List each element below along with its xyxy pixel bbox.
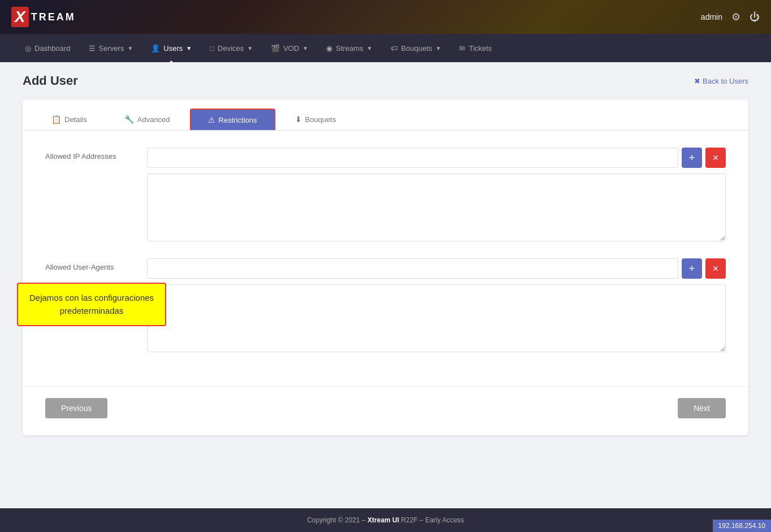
power-icon[interactable]: ⏻ <box>750 11 760 23</box>
logo-x-icon: X <box>11 7 29 27</box>
back-link-label: Back to Users <box>703 77 748 85</box>
tab-details[interactable]: 📋 Details <box>34 109 105 130</box>
ip-addresses-group: Allowed IP Addresses + × <box>45 148 726 241</box>
ip-addresses-textarea[interactable] <box>147 174 726 241</box>
tab-bouquets-label: Bouquets <box>305 115 336 124</box>
admin-label: admin <box>701 12 722 21</box>
back-to-users-link[interactable]: ✖ Back to Users <box>694 77 748 85</box>
tickets-icon: ✉ <box>459 44 465 53</box>
back-icon: ✖ <box>694 77 700 85</box>
form-actions: Previous Next <box>23 386 748 435</box>
user-agents-textarea[interactable] <box>147 284 726 352</box>
ua-add-button[interactable]: + <box>682 258 702 279</box>
nav-servers-label: Servers <box>99 44 124 53</box>
tab-restrictions-label: Restrictions <box>219 116 257 124</box>
servers-arrow-icon: ▼ <box>127 45 133 51</box>
nav-streams[interactable]: ◉ Streams ▼ <box>318 40 380 57</box>
tab-advanced-label: Advanced <box>137 115 170 124</box>
bouquets-icon: 🏷 <box>391 44 398 53</box>
nav-devices[interactable]: □ Devices ▼ <box>202 40 261 57</box>
vod-arrow-icon: ▼ <box>302 45 308 51</box>
main-content: Dejamos con las configuraciones predeter… <box>0 62 771 508</box>
bouquets-arrow-icon: ▼ <box>436 45 441 51</box>
vod-icon: 🎬 <box>271 44 280 53</box>
nav-users-label: Users <box>163 44 183 53</box>
ip-add-button[interactable]: + <box>682 148 702 168</box>
footer: Copyright © 2021 – Xtream UI R22F – Earl… <box>0 508 771 532</box>
user-agents-input-section: + × <box>147 258 726 352</box>
nav-dashboard-label: Dashboard <box>34 44 71 53</box>
nav-dashboard[interactable]: ◎ Dashboard <box>17 40 79 57</box>
nav-tickets-label: Tickets <box>469 44 492 53</box>
advanced-tab-icon: 🔧 <box>124 115 134 124</box>
nav-vod[interactable]: 🎬 VOD ▼ <box>263 40 316 57</box>
logo: X TREAM <box>11 7 76 27</box>
users-icon: 👤 <box>151 44 160 53</box>
form-tabs: 📋 Details 🔧 Advanced ⚠ Restrictions ⬇ Bo… <box>23 100 748 131</box>
servers-icon: ☰ <box>89 44 96 53</box>
user-agent-input[interactable] <box>147 258 678 279</box>
ip-remove-button[interactable]: × <box>705 148 726 168</box>
ua-remove-button[interactable]: × <box>705 258 726 279</box>
nav-tickets[interactable]: ✉ Tickets <box>451 40 500 57</box>
tab-advanced[interactable]: 🔧 Advanced <box>107 109 188 130</box>
devices-icon: □ <box>210 44 214 53</box>
form-card: 📋 Details 🔧 Advanced ⚠ Restrictions ⬇ Bo… <box>23 100 748 435</box>
page-title: Add User <box>23 73 78 88</box>
logo-text: TREAM <box>31 11 76 23</box>
footer-text: Copyright © 2021 – Xtream UI R22F – Earl… <box>307 516 464 524</box>
restrictions-tab-icon: ⚠ <box>208 115 215 124</box>
tab-restrictions[interactable]: ⚠ Restrictions <box>190 109 275 130</box>
next-button[interactable]: Next <box>678 398 726 418</box>
streams-icon: ◉ <box>326 44 332 53</box>
ua-input-row: + × <box>147 258 726 279</box>
settings-icon[interactable]: ⚙ <box>731 11 740 23</box>
annotation-line1: Dejamos con las configuraciones <box>29 292 154 305</box>
user-agents-label: Allowed User-Agents <box>45 258 136 271</box>
nav-vod-label: VOD <box>283 44 299 53</box>
devices-arrow-icon: ▼ <box>247 45 253 51</box>
header-right: admin ⚙ ⏻ <box>701 11 760 23</box>
nav-devices-label: Devices <box>218 44 244 53</box>
annotation-box: Dejamos con las configuraciones predeter… <box>17 283 166 326</box>
streams-arrow-icon: ▼ <box>367 45 372 51</box>
ip-addresses-input-section: + × <box>147 148 726 241</box>
tab-bouquets[interactable]: ⬇ Bouquets <box>278 109 354 130</box>
nav-users[interactable]: 👤 Users ▼ <box>143 40 200 57</box>
nav-streams-label: Streams <box>336 44 363 53</box>
main-nav: ◎ Dashboard ☰ Servers ▼ 👤 Users ▼ □ Devi… <box>0 34 771 62</box>
details-tab-icon: 📋 <box>51 115 61 124</box>
header: X TREAM admin ⚙ ⏻ <box>0 0 771 34</box>
previous-button[interactable]: Previous <box>45 398 107 418</box>
ip-input-row: + × <box>147 148 726 168</box>
annotation-line2: predeterminadas <box>29 305 154 318</box>
bouquets-tab-icon: ⬇ <box>295 115 302 124</box>
page-header: Add User ✖ Back to Users <box>23 73 748 88</box>
nav-servers[interactable]: ☰ Servers ▼ <box>81 40 141 57</box>
nav-bouquets[interactable]: 🏷 Bouquets ▼ <box>383 40 449 57</box>
form-content: Allowed IP Addresses + × Allowed User-Ag… <box>23 131 748 386</box>
ip-address-input[interactable] <box>147 148 678 168</box>
ip-badge: 192.168.254.10 <box>713 520 771 532</box>
users-arrow-icon: ▼ <box>186 45 192 51</box>
nav-bouquets-label: Bouquets <box>401 44 432 53</box>
ip-addresses-label: Allowed IP Addresses <box>45 148 136 161</box>
tab-details-label: Details <box>64 115 87 124</box>
dashboard-icon: ◎ <box>25 44 31 53</box>
